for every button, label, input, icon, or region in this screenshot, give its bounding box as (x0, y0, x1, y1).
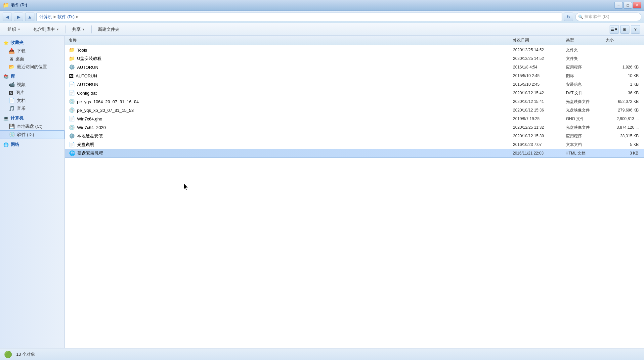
maximize-button[interactable]: □ (623, 2, 632, 9)
file-icon: 📁 (69, 56, 75, 62)
sidebar-item-ddrive[interactable]: 💿 软件 (D:) (0, 130, 64, 139)
search-icon: 🔍 (578, 15, 583, 19)
toolbar-separator-2 (65, 25, 66, 33)
video-icon: 📹 (9, 82, 15, 88)
file-date: 2019/9/7 19:25 (510, 116, 563, 121)
sidebar-item-pictures[interactable]: 🖼 图片 (0, 89, 64, 97)
file-icon: 📄 (69, 142, 75, 148)
sidebar-computer-header[interactable]: 💻 计算机 (0, 114, 64, 122)
col-header-type[interactable]: 类型 (563, 37, 603, 43)
toolbar-right: ☰▼ ⊞ ? (610, 25, 640, 34)
organize-button[interactable]: 组织 ▼ (4, 25, 24, 34)
file-date: 2020/12/25 14:52 (510, 56, 563, 61)
table-row[interactable]: 💿 Win7x64_2020 2020/12/25 11:32 光盘映像文件 3… (65, 123, 644, 132)
sidebar-item-recent[interactable]: 📂 最近访问的位置 (0, 63, 64, 71)
sidebar-item-desktop[interactable]: 🖥 桌面 (0, 55, 64, 63)
column-headers: 名称 修改日期 类型 大小 (65, 36, 644, 45)
file-icon: 📁 (69, 47, 75, 53)
file-size: 2,900,813 ... (603, 116, 643, 121)
close-button[interactable]: ✕ (633, 2, 641, 9)
file-icon: ⚙️ (69, 133, 75, 139)
sidebar-library-header[interactable]: 📚 库 (0, 72, 64, 81)
table-row[interactable]: 📄 Win7x64.gho 2019/9/7 19:25 GHO 文件 2,90… (65, 114, 644, 123)
file-size: 3 KB (603, 151, 642, 156)
view-button[interactable]: ☰▼ (610, 25, 619, 34)
table-row[interactable]: 💿 pe_yqs_1064_20_07_31_16_04 2020/10/12 … (65, 97, 644, 106)
file-name-text: AUTORUN (76, 73, 97, 78)
sidebar-network-header[interactable]: 🌐 网络 (0, 140, 64, 149)
file-size: 1,926 KB (603, 65, 643, 69)
file-date: 2020/12/25 14:52 (510, 48, 563, 52)
refresh-button[interactable]: ↻ (564, 13, 573, 21)
table-row[interactable]: 📄 AUTORUN 2015/5/10 2:45 安装信息 1 KB (65, 80, 644, 89)
table-row[interactable]: 💿 pe_yqs_xp_20_07_31_15_53 2020/10/12 15… (65, 106, 644, 114)
favorites-icon: ⭐ (3, 40, 9, 45)
library-icon: 📚 (3, 74, 9, 79)
file-size: 279,696 KB (603, 108, 643, 112)
file-size: 36 KB (603, 91, 643, 95)
file-name-cell: ⚙️ AUTORUN (66, 64, 510, 70)
address-path[interactable]: 计算机 ▶ 软件 (D:) ▶ (36, 13, 562, 21)
search-box[interactable]: 🔍 搜索 软件 (D:) (575, 13, 641, 21)
file-name-text: Win7x64_2020 (77, 125, 106, 130)
file-icon: 📄 (69, 116, 75, 122)
sidebar-item-video[interactable]: 📹 视频 (0, 81, 64, 89)
file-type: DAT 文件 (563, 90, 603, 96)
up-button[interactable]: ▲ (25, 13, 34, 21)
details-view-button[interactable]: ⊞ (620, 25, 629, 34)
sidebar-section-network: 🌐 网络 (0, 140, 64, 149)
sidebar-item-documents[interactable]: 📄 文档 (0, 97, 64, 105)
file-name-text: Config.dat (77, 91, 97, 96)
file-name-cell: 📄 光盘说明 (66, 142, 510, 148)
toolbar-separator-1 (27, 25, 27, 33)
file-name-cell: 💿 Win7x64_2020 (66, 124, 510, 130)
file-list: 📁 Tools 2020/12/25 14:52 文件夹 📁 U盘安装教程 20… (65, 45, 644, 158)
file-name-text: 硬盘安装教程 (77, 150, 103, 156)
file-name-cell: 📁 U盘安装教程 (66, 56, 510, 62)
file-date: 2016/11/21 22:03 (510, 151, 563, 156)
file-type: 光盘映像文件 (563, 99, 603, 105)
table-row[interactable]: 📁 U盘安装教程 2020/12/25 14:52 文件夹 (65, 54, 644, 63)
file-name-text: AUTORUN (77, 82, 98, 87)
path-item-drive[interactable]: 软件 (D:) (58, 14, 74, 20)
titlebar: 📁 软件 (D:) – □ ✕ (0, 0, 644, 11)
share-button[interactable]: 共享 ▼ (68, 25, 89, 34)
file-date: 2020/12/25 11:32 (510, 125, 563, 130)
sidebar-item-downloads[interactable]: 📥 下载 (0, 47, 64, 55)
help-button[interactable]: ? (631, 25, 640, 34)
table-row[interactable]: 📁 Tools 2020/12/25 14:52 文件夹 (65, 46, 644, 54)
include-library-button[interactable]: 包含到库中 ▼ (30, 25, 63, 34)
sidebar-item-cdrive[interactable]: 💾 本地磁盘 (C:) (0, 122, 64, 130)
path-item-computer[interactable]: 计算机 (39, 14, 52, 20)
content-area: 名称 修改日期 类型 大小 📁 Tools 2020/12/25 14:52 文… (65, 36, 644, 348)
table-row[interactable]: ⚙️ 本地硬盘安装 2020/10/12 15:30 应用程序 28,315 K… (65, 132, 644, 140)
table-row[interactable]: 🖼 AUTORUN 2015/5/10 2:45 图标 10 KB (65, 71, 644, 80)
col-header-name[interactable]: 名称 (66, 37, 510, 43)
statusbar: 🟢 13 个对象 (0, 348, 644, 360)
sidebar-favorites-header[interactable]: ⭐ 收藏夹 (0, 38, 64, 47)
titlebar-controls: – □ ✕ (614, 2, 641, 9)
titlebar-left: 📁 软件 (D:) (3, 2, 27, 8)
table-row[interactable]: ⚙️ AUTORUN 2016/1/8 4:54 应用程序 1,926 KB (65, 63, 644, 71)
table-row[interactable]: 📄 光盘说明 2016/10/23 7:07 文本文档 5 KB (65, 140, 644, 149)
back-button[interactable]: ◀ (3, 13, 12, 21)
computer-icon: 💻 (3, 116, 9, 121)
file-size: 652,072 KB (603, 99, 643, 104)
file-name-cell: ⚙️ 本地硬盘安装 (66, 133, 510, 139)
forward-button[interactable]: ▶ (14, 13, 23, 21)
file-type: 文本文档 (563, 142, 603, 148)
col-header-size[interactable]: 大小 (603, 37, 643, 43)
window-icon: 📁 (3, 2, 9, 8)
file-name-text: 本地硬盘安装 (77, 133, 103, 139)
col-header-modified[interactable]: 修改日期 (510, 37, 563, 43)
ddrive-icon: 💿 (9, 132, 15, 138)
table-row[interactable]: 📄 Config.dat 2020/10/12 15:42 DAT 文件 36 … (65, 89, 644, 97)
sidebar-item-music[interactable]: 🎵 音乐 (0, 105, 64, 112)
file-name-text: AUTORUN (77, 65, 98, 70)
file-name-cell: 📁 Tools (66, 47, 510, 53)
file-type: 图标 (563, 73, 603, 79)
minimize-button[interactable]: – (614, 2, 623, 9)
share-arrow: ▼ (82, 28, 85, 31)
table-row[interactable]: 🌐 硬盘安装教程 2016/11/21 22:03 HTML 文档 3 KB (65, 149, 644, 158)
new-folder-button[interactable]: 新建文件夹 (94, 25, 123, 34)
